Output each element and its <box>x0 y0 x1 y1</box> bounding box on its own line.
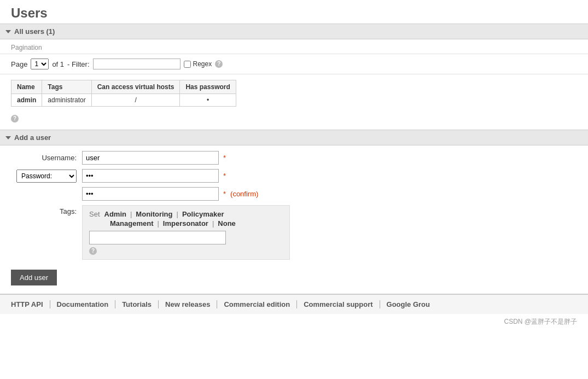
col-tags: Tags <box>42 80 91 94</box>
footer-link-tutorials[interactable]: Tutorials <box>115 300 159 308</box>
add-user-collapse-icon[interactable] <box>5 136 11 139</box>
tag-policymaker-link[interactable]: Policymaker <box>182 210 224 218</box>
filter-label: - Filter: <box>67 60 89 68</box>
all-users-label: All users (1) <box>14 27 55 36</box>
tags-input[interactable] <box>89 231 226 244</box>
tags-section: Tags: Set Admin | Monitoring | Policymak… <box>11 205 577 260</box>
add-user-button[interactable]: Add user <box>11 270 57 285</box>
tag-impersonator-link[interactable]: Impersonator <box>163 219 208 228</box>
col-has-password: Has password <box>180 80 236 94</box>
password-input[interactable] <box>82 169 219 183</box>
footer: HTTP API Documentation Tutorials New rel… <box>0 294 588 314</box>
users-table: Name Tags Can access virtual hosts Has p… <box>11 80 236 107</box>
watermark: CSDN @蓝胖子不是胖子 <box>0 314 588 330</box>
tag-admin-link[interactable]: Admin <box>104 210 126 218</box>
tag-monitoring-link[interactable]: Monitoring <box>136 210 172 218</box>
tags-row2: Management | Impersonator | None <box>89 219 283 228</box>
all-users-section-header: All users (1) <box>0 24 588 39</box>
tags-label: Tags: <box>11 205 82 215</box>
password-confirm-row: * (confirm) <box>11 187 577 201</box>
password-row-1: Password: Hashed password: No password: … <box>11 169 577 183</box>
add-user-label: Add a user <box>14 133 51 142</box>
password-type-select[interactable]: Password: Hashed password: No password: <box>16 170 77 183</box>
regex-checkbox[interactable] <box>184 61 191 68</box>
username-label: Username: <box>11 154 82 162</box>
question-row: ? <box>0 112 588 127</box>
pagination-row: Page 1 of 1 - Filter: Regex ? <box>0 54 588 74</box>
confirm-label: (confirm) <box>230 190 258 198</box>
of-label: of 1 <box>52 60 64 68</box>
tags-help-icon[interactable]: ? <box>89 247 97 255</box>
cell-tags: administrator <box>42 94 91 107</box>
footer-link-http-api[interactable]: HTTP API <box>11 300 50 308</box>
tag-management-link[interactable]: Management <box>110 219 153 228</box>
add-user-section: Add a user Username: * Password: Hashed … <box>0 130 588 294</box>
cell-has-password: • <box>180 94 236 107</box>
page-title: Users <box>0 0 588 24</box>
page-select[interactable]: 1 <box>31 59 49 69</box>
username-input[interactable] <box>82 151 219 165</box>
collapse-icon[interactable] <box>5 30 11 33</box>
password-select-wrap: Password: Hashed password: No password: <box>11 170 82 183</box>
username-row: Username: * <box>11 151 577 165</box>
username-required: * <box>223 154 226 162</box>
page-label: Page <box>11 60 27 68</box>
tags-box: Set Admin | Monitoring | Policymaker Man… <box>82 205 290 260</box>
table-row[interactable]: admin administrator / • <box>11 94 236 107</box>
add-user-header: Add a user <box>0 130 588 145</box>
col-virtual-hosts: Can access virtual hosts <box>91 80 180 94</box>
table-header-row: Name Tags Can access virtual hosts Has p… <box>11 80 236 94</box>
col-name: Name <box>11 80 42 94</box>
regex-label: Regex <box>184 60 212 68</box>
page-container: Users All users (1) Pagination Page 1 of… <box>0 0 588 379</box>
password-confirm-input[interactable] <box>82 187 219 201</box>
add-user-form: Username: * Password: Hashed password: N… <box>0 145 588 270</box>
tags-row1: Set Admin | Monitoring | Policymaker <box>89 210 283 218</box>
password-required: * <box>223 172 226 180</box>
footer-link-commercial-edition[interactable]: Commercial edition <box>217 300 297 308</box>
password-confirm-required: * <box>223 190 226 198</box>
footer-link-commercial-support[interactable]: Commercial support <box>297 300 380 308</box>
table-help-icon[interactable]: ? <box>11 115 19 123</box>
filter-input[interactable] <box>93 59 181 69</box>
footer-link-documentation[interactable]: Documentation <box>50 300 116 308</box>
cell-virtual-hosts: / <box>91 94 180 107</box>
set-label: Set <box>89 210 100 218</box>
footer-link-google-groups[interactable]: Google Grou <box>380 300 436 308</box>
footer-link-new-releases[interactable]: New releases <box>159 300 217 308</box>
tags-help: ? <box>89 247 283 255</box>
regex-help-icon[interactable]: ? <box>215 60 223 68</box>
pagination-label: Pagination <box>0 39 588 54</box>
tag-none-link[interactable]: None <box>218 219 236 228</box>
cell-name: admin <box>11 94 42 107</box>
